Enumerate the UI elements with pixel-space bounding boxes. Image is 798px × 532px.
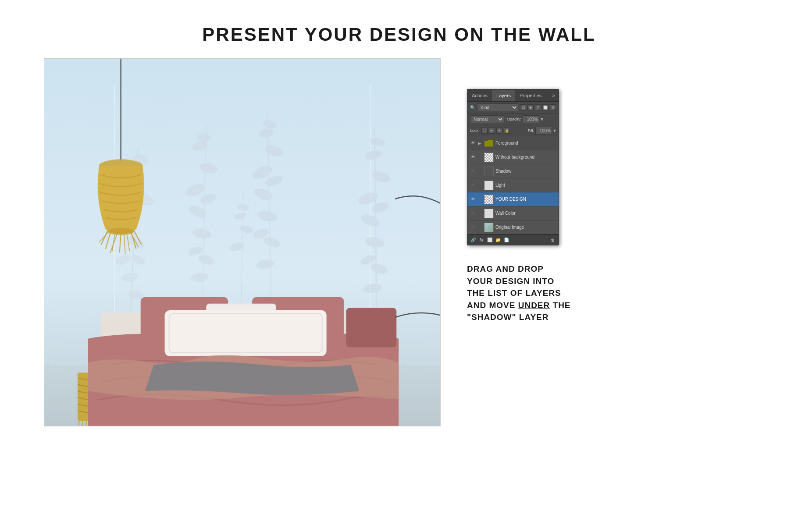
instructions-text: DRAG AND DROP YOUR DESIGN INTO THE LIST … [467, 259, 603, 323]
search-icon: 🔍 [470, 105, 475, 110]
layer-name-light: Light [495, 183, 556, 188]
fill-control: Fill: 100% ▾ [528, 127, 556, 135]
fill-value[interactable]: 100% [535, 127, 552, 135]
filter-kind-select[interactable]: Kind [477, 103, 518, 111]
fill-arrow[interactable]: ▾ [553, 128, 556, 134]
layer-eye-without-bg[interactable]: 👁 [470, 154, 476, 160]
fx-icon[interactable]: fx [478, 237, 484, 243]
layer-eye-your-design[interactable]: 👁 [470, 196, 476, 202]
layer-row-light[interactable]: 👁 ▶ Light [467, 178, 559, 192]
instruction-line1: DRAG AND DROP [467, 263, 603, 275]
svg-line-74 [86, 420, 86, 426]
right-panel: Actions Layers Properties » 🔍 Kind ☐ ◈ T… [467, 58, 603, 323]
main-area: Actions Layers Properties » 🔍 Kind ☐ ◈ T… [0, 58, 798, 426]
layer-name-your-design: YOUR DESIGN [495, 197, 556, 202]
layer-thumb-shadow [484, 167, 494, 176]
layer-thumb-original [484, 223, 494, 232]
layer-thumb-your-design [484, 195, 494, 204]
layer-eye-shadow[interactable]: 👁 [470, 168, 476, 174]
ps-filter-row: 🔍 Kind ☐ ◈ T ⬜ ⚙ [467, 102, 559, 113]
filter-icons: ☐ ◈ T ⬜ ⚙ [520, 104, 556, 110]
opacity-label: Opacity: [507, 117, 521, 121]
instruction-line3: THE LIST OF LAYERS [467, 287, 603, 299]
ps-tabs-row: Actions Layers Properties » [467, 89, 559, 102]
layer-name-wall-color: Wall Color [495, 211, 556, 216]
lock-position-icon[interactable]: ✛ [496, 128, 502, 134]
page-title: PRESENT YOUR DESIGN ON THE WALL [0, 0, 798, 58]
opacity-control: Opacity: 100% ▾ [507, 115, 543, 123]
smart-filter-icon[interactable]: ⚙ [550, 104, 556, 110]
layer-row-wall-color[interactable]: 👁 ▶ Wall Color [467, 206, 559, 220]
layer-name-without-bg: Without background [495, 155, 556, 160]
instruction-the-word: THE [553, 301, 571, 310]
tab-properties[interactable]: Properties [515, 90, 546, 101]
lock-icons: ⬚ ✏ ✛ 🔒 [481, 128, 510, 134]
instruction-line6: "SHADOW" LAYER [467, 311, 603, 323]
type-filter-icon[interactable]: T [535, 104, 541, 110]
instruction-line2: YOUR DESIGN INTO [467, 275, 603, 287]
layer-row-original[interactable]: 👁 ▶ Original Image [467, 220, 559, 234]
tab-layers[interactable]: Layers [492, 90, 515, 101]
layer-name-foreground: Foreground [495, 141, 556, 145]
svg-line-73 [82, 420, 83, 426]
instruction-and-move: AND MOVE [467, 301, 515, 310]
layer-thumb-without-bg [484, 153, 494, 162]
opacity-arrow[interactable]: ▾ [541, 116, 543, 122]
layer-row-shadow[interactable]: 👁 ▶ Shadow [467, 164, 559, 178]
shape-filter-icon[interactable]: ⬜ [542, 104, 549, 110]
layer-thumb-wall-color [484, 209, 494, 218]
ps-bottom-bar: 🔗 fx ⬜ 📁 📄 🗑 [467, 234, 559, 245]
lock-all-icon[interactable]: 🔒 [504, 128, 510, 134]
layer-thumb-light [484, 181, 494, 190]
add-mask-icon[interactable]: ⬜ [487, 237, 493, 243]
svg-rect-88 [164, 310, 326, 356]
layer-eye-original[interactable]: 👁 [470, 224, 476, 231]
lock-fill-row: Lock: ⬚ ✏ ✛ 🔒 Fill: 100% ▾ [467, 125, 559, 136]
layer-expand-foreground[interactable]: ▶ [478, 141, 482, 145]
layer-name-original: Original Image [495, 225, 556, 230]
layer-name-shadow: Shadow [495, 169, 556, 174]
lock-label: Lock: [470, 128, 480, 133]
instruction-line4: AND MOVE UNDER THE [467, 299, 603, 312]
layer-eye-wall-color[interactable]: 👁 [470, 210, 476, 216]
bedroom-image [44, 58, 441, 426]
layer-row-foreground[interactable]: 👁 ▶ Foreground [467, 136, 559, 150]
lock-transparent-icon[interactable]: ⬚ [481, 128, 488, 134]
svg-rect-90 [346, 308, 396, 348]
new-group-icon[interactable]: 📁 [495, 237, 501, 243]
layer-row-without-bg[interactable]: 👁 ▶ Without background [467, 150, 559, 164]
pixel-filter-icon[interactable]: ☐ [520, 104, 526, 110]
layer-eye-light[interactable]: 👁 [470, 182, 476, 188]
blend-opacity-row: Normal Opacity: 100% ▾ [467, 113, 559, 125]
layer-row-your-design[interactable]: 👁 ▶ YOUR DESIGN [467, 192, 559, 206]
tab-actions[interactable]: Actions [467, 90, 492, 101]
new-layer-icon[interactable]: 📄 [503, 237, 509, 243]
fill-label: Fill: [528, 128, 534, 133]
layer-eye-foreground[interactable]: 👁 [470, 140, 476, 146]
opacity-value[interactable]: 100% [523, 115, 539, 123]
adjustment-filter-icon[interactable]: ◈ [527, 104, 534, 110]
panel-options-icon[interactable]: » [549, 89, 559, 101]
delete-layer-icon[interactable]: 🗑 [550, 237, 556, 243]
instruction-under: UNDER [518, 301, 550, 310]
layer-thumb-foreground [484, 138, 494, 148]
link-layers-icon[interactable]: 🔗 [470, 237, 476, 243]
blend-mode-select[interactable]: Normal [470, 115, 504, 123]
ps-panel: Actions Layers Properties » 🔍 Kind ☐ ◈ T… [467, 89, 559, 245]
lock-image-icon[interactable]: ✏ [489, 128, 495, 134]
